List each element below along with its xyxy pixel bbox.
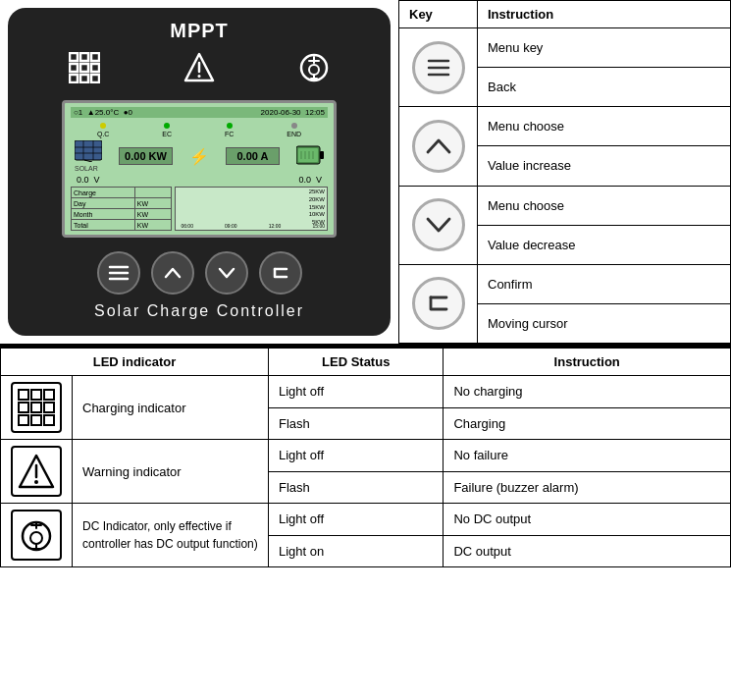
warning-indicator-desc: Warning indicator bbox=[73, 440, 269, 504]
charging-charging-instruction: Charging bbox=[444, 407, 731, 440]
lcd-solar-panel: SOLAR bbox=[75, 140, 102, 172]
lcd-screen: ○1 ▲25.0°C ●0 2020-06-30 12:05 Q.C EC FC bbox=[62, 100, 337, 238]
svg-rect-39 bbox=[44, 390, 54, 400]
top-section: MPPT bbox=[0, 0, 731, 346]
led-dc-row-1: DC Indicator, only effective if controll… bbox=[1, 504, 731, 536]
menu-key-icon bbox=[412, 41, 465, 94]
svg-point-11 bbox=[197, 75, 200, 78]
device-buttons-row bbox=[91, 251, 307, 295]
dc-light-off-status: Light off bbox=[269, 504, 444, 536]
svg-rect-0 bbox=[70, 53, 78, 61]
down-button[interactable] bbox=[205, 251, 248, 295]
lcd-end-status: END bbox=[287, 121, 301, 137]
key-row-menu: Menu key bbox=[399, 28, 731, 68]
back-key-label: Back bbox=[478, 68, 731, 107]
charging-flash-status: Flash bbox=[269, 407, 444, 440]
lcd-battery-icon bbox=[296, 144, 324, 168]
device-title: MPPT bbox=[170, 20, 229, 42]
charging-indicator-desc: Charging indicator bbox=[73, 376, 269, 440]
down-key-icon bbox=[412, 198, 465, 251]
key-row-confirm: Confirm bbox=[399, 264, 731, 303]
svg-rect-42 bbox=[44, 403, 54, 412]
instruction-col-header: Instruction bbox=[478, 1, 731, 28]
lcd-a-value: 0.00 A bbox=[226, 147, 280, 165]
warning-icon bbox=[183, 52, 215, 90]
device-subtitle: Solar Charge Controller bbox=[94, 302, 304, 320]
up-button[interactable] bbox=[151, 251, 194, 295]
warning-failure-instruction: Failure (buzzer alarm) bbox=[444, 471, 731, 504]
confirm-key-icon-cell bbox=[399, 264, 478, 343]
menu-choose-up-label: Menu choose bbox=[478, 107, 731, 146]
key-row-menu-choose-up: Menu choose bbox=[399, 107, 731, 146]
up-key-icon-cell bbox=[399, 107, 478, 186]
charging-light-off-status: Light off bbox=[269, 376, 444, 408]
dc-led-icon bbox=[11, 510, 62, 561]
svg-rect-7 bbox=[80, 75, 88, 82]
led-indicator-header: LED indicator bbox=[1, 349, 269, 376]
svg-rect-23 bbox=[320, 151, 324, 159]
svg-rect-43 bbox=[19, 415, 28, 425]
lcd-mid-row: SOLAR 0.00 KW ⚡ 0.00 A bbox=[75, 140, 324, 172]
charging-led-icon bbox=[11, 382, 62, 433]
key-reference-table: Key Instruction bbox=[398, 0, 731, 344]
up-key-icon bbox=[412, 120, 465, 173]
key-col-header: Key bbox=[399, 1, 478, 28]
menu-button[interactable] bbox=[97, 251, 140, 295]
led-instruction-header: Instruction bbox=[444, 349, 731, 376]
svg-rect-38 bbox=[31, 390, 41, 400]
svg-rect-41 bbox=[31, 403, 41, 412]
dc-icon bbox=[298, 52, 330, 90]
warning-no-failure-instruction: No failure bbox=[444, 440, 731, 472]
lcd-top-bar: ○1 ▲25.0°C ●0 2020-06-30 12:05 bbox=[71, 107, 328, 118]
menu-choose-down-label: Menu choose bbox=[478, 186, 731, 225]
value-increase-label: Value increase bbox=[478, 146, 731, 186]
led-charging-row-1: Charging indicator Light off No charging bbox=[1, 376, 731, 408]
lcd-kw-value: 0.00 KW bbox=[119, 147, 173, 165]
svg-rect-6 bbox=[70, 75, 78, 82]
lcd-stats-table: Charge DayKW MonthKW TotalKW bbox=[71, 187, 172, 231]
svg-rect-2 bbox=[91, 53, 99, 61]
svg-rect-44 bbox=[31, 415, 41, 425]
solar-icon bbox=[69, 52, 100, 90]
warning-led-icon bbox=[11, 446, 62, 497]
device-icons-row bbox=[27, 52, 371, 90]
dc-no-output-instruction: No DC output bbox=[444, 504, 731, 536]
device-panel: MPPT bbox=[8, 8, 391, 336]
lcd-qc-status: Q.C bbox=[97, 121, 109, 137]
warning-led-icon-cell bbox=[1, 440, 73, 504]
value-decrease-label: Value decrease bbox=[478, 225, 731, 264]
chart-x-labels: 06:0009:0012:0015:00 bbox=[181, 223, 325, 229]
menu-key-icon-cell bbox=[399, 28, 478, 107]
lcd-fc-status: FC bbox=[225, 121, 234, 137]
lcd-chart: 25KW20KW15KW10KW5KW 06:0009:0012:0015:00 bbox=[175, 187, 328, 231]
led-warning-row-1: Warning indicator Light off No failure bbox=[1, 440, 731, 472]
led-indicator-table: LED indicator LED Status Instruction bbox=[0, 348, 731, 567]
key-row-menu-choose-down: Menu choose bbox=[399, 186, 731, 225]
svg-rect-40 bbox=[19, 403, 28, 412]
dc-output-instruction: DC output bbox=[444, 535, 731, 567]
svg-point-48 bbox=[34, 480, 38, 484]
svg-rect-8 bbox=[91, 75, 99, 82]
led-status-header: LED Status bbox=[269, 349, 444, 376]
lcd-bottom: Charge DayKW MonthKW TotalKW 25KW20KW15K… bbox=[71, 187, 328, 231]
svg-rect-4 bbox=[80, 64, 88, 72]
confirm-key-icon bbox=[412, 277, 465, 330]
lcd-charge-icon: ⚡ bbox=[189, 147, 209, 166]
confirm-label: Confirm bbox=[478, 264, 731, 303]
lcd-voltage-left: 0.0 V bbox=[77, 175, 100, 185]
down-key-icon-cell bbox=[399, 186, 478, 264]
charging-no-charging-instruction: No charging bbox=[444, 376, 731, 408]
lcd-voltage-right: 0.0 V bbox=[298, 175, 322, 185]
charging-led-icon-cell bbox=[1, 376, 73, 440]
lcd-ec-status: EC bbox=[162, 121, 172, 137]
dc-indicator-desc: DC Indicator, only effective if controll… bbox=[73, 504, 269, 567]
moving-cursor-label: Moving cursor bbox=[478, 303, 731, 343]
svg-rect-1 bbox=[80, 53, 88, 61]
svg-rect-37 bbox=[19, 390, 28, 400]
bottom-section: LED indicator LED Status Instruction bbox=[0, 346, 731, 567]
key-table-section: Key Instruction bbox=[398, 0, 731, 344]
svg-point-50 bbox=[30, 532, 42, 544]
svg-point-13 bbox=[309, 65, 319, 75]
confirm-button[interactable] bbox=[259, 251, 302, 295]
chart-y-labels: 25KW20KW15KW10KW5KW bbox=[309, 188, 325, 227]
